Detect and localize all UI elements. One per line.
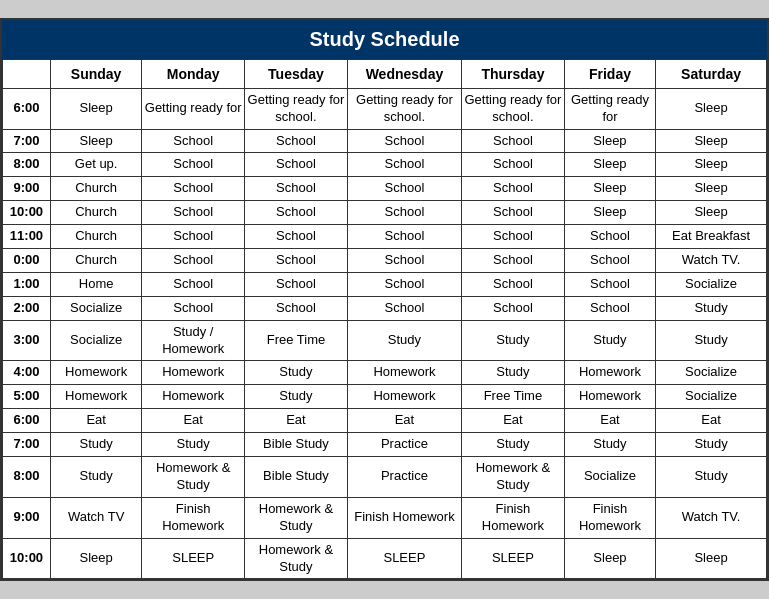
table-row: 3:00SocializeStudy / HomeworkFree TimeSt… [3, 320, 767, 361]
cell-saturday: Sleep [656, 201, 767, 225]
cell-saturday: Socialize [656, 272, 767, 296]
cell-time: 5:00 [3, 385, 51, 409]
cell-wednesday: Eat [347, 409, 461, 433]
cell-tuesday: Homework & Study [245, 497, 348, 538]
cell-tuesday: School [245, 272, 348, 296]
cell-time: 6:00 [3, 409, 51, 433]
cell-sunday: Sleep [50, 88, 141, 129]
table-row: 8:00StudyHomework & StudyBible StudyPrac… [3, 457, 767, 498]
cell-saturday: Socialize [656, 361, 767, 385]
cell-monday: School [142, 177, 245, 201]
table-row: 6:00EatEatEatEatEatEatEat [3, 409, 767, 433]
header-friday: Friday [564, 59, 655, 88]
cell-saturday: Socialize [656, 385, 767, 409]
header-tuesday: Tuesday [245, 59, 348, 88]
cell-time: 6:00 [3, 88, 51, 129]
cell-wednesday: Getting ready for school. [347, 88, 461, 129]
cell-sunday: Get up. [50, 153, 141, 177]
cell-saturday: Study [656, 320, 767, 361]
cell-thursday: SLEEP [462, 538, 565, 579]
cell-tuesday: School [245, 225, 348, 249]
table-row: 10:00SleepSLEEPHomework & StudySLEEPSLEE… [3, 538, 767, 579]
cell-sunday: Eat [50, 409, 141, 433]
table-row: 1:00HomeSchoolSchoolSchoolSchoolSchoolSo… [3, 272, 767, 296]
cell-time: 3:00 [3, 320, 51, 361]
cell-monday: School [142, 129, 245, 153]
cell-monday: Study [142, 433, 245, 457]
cell-monday: Eat [142, 409, 245, 433]
cell-friday: Finish Homework [564, 497, 655, 538]
cell-wednesday: School [347, 177, 461, 201]
cell-wednesday: Homework [347, 385, 461, 409]
cell-saturday: Sleep [656, 153, 767, 177]
table-row: 7:00StudyStudyBible StudyPracticeStudySt… [3, 433, 767, 457]
cell-sunday: Homework [50, 361, 141, 385]
cell-monday: Homework [142, 361, 245, 385]
cell-saturday: Eat [656, 409, 767, 433]
cell-wednesday: School [347, 201, 461, 225]
cell-time: 2:00 [3, 296, 51, 320]
cell-friday: Study [564, 320, 655, 361]
table-row: 7:00SleepSchoolSchoolSchoolSchoolSleepSl… [3, 129, 767, 153]
schedule-container: Study Schedule Sunday Monday Tuesday Wed… [0, 18, 769, 582]
cell-tuesday: Bible Study [245, 457, 348, 498]
cell-thursday: School [462, 296, 565, 320]
cell-sunday: Church [50, 225, 141, 249]
cell-monday: Homework [142, 385, 245, 409]
cell-saturday: Sleep [656, 538, 767, 579]
cell-wednesday: Homework [347, 361, 461, 385]
cell-thursday: Study [462, 361, 565, 385]
cell-wednesday: Practice [347, 433, 461, 457]
cell-wednesday: School [347, 249, 461, 273]
cell-tuesday: Homework & Study [245, 538, 348, 579]
cell-saturday: Study [656, 457, 767, 498]
cell-monday: Study / Homework [142, 320, 245, 361]
cell-saturday: Watch TV. [656, 249, 767, 273]
cell-time: 4:00 [3, 361, 51, 385]
schedule-title: Study Schedule [2, 20, 767, 59]
cell-saturday: Sleep [656, 129, 767, 153]
cell-thursday: School [462, 129, 565, 153]
table-row: 2:00SocializeSchoolSchoolSchoolSchoolSch… [3, 296, 767, 320]
header-monday: Monday [142, 59, 245, 88]
cell-thursday: Study [462, 433, 565, 457]
cell-thursday: Study [462, 320, 565, 361]
header-row: Sunday Monday Tuesday Wednesday Thursday… [3, 59, 767, 88]
cell-time: 7:00 [3, 433, 51, 457]
cell-thursday: Eat [462, 409, 565, 433]
table-row: 9:00ChurchSchoolSchoolSchoolSchoolSleepS… [3, 177, 767, 201]
cell-time: 10:00 [3, 201, 51, 225]
cell-monday: School [142, 296, 245, 320]
cell-sunday: Home [50, 272, 141, 296]
cell-monday: School [142, 153, 245, 177]
cell-friday: Sleep [564, 153, 655, 177]
cell-saturday: Sleep [656, 88, 767, 129]
cell-tuesday: School [245, 153, 348, 177]
table-row: 0:00ChurchSchoolSchoolSchoolSchoolSchool… [3, 249, 767, 273]
cell-tuesday: Getting ready for school. [245, 88, 348, 129]
cell-time: 8:00 [3, 153, 51, 177]
header-time [3, 59, 51, 88]
cell-thursday: School [462, 225, 565, 249]
cell-friday: School [564, 296, 655, 320]
cell-monday: Finish Homework [142, 497, 245, 538]
cell-sunday: Sleep [50, 538, 141, 579]
cell-friday: School [564, 272, 655, 296]
cell-thursday: School [462, 272, 565, 296]
cell-friday: Homework [564, 385, 655, 409]
cell-thursday: Free Time [462, 385, 565, 409]
cell-sunday: Church [50, 177, 141, 201]
cell-sunday: Socialize [50, 296, 141, 320]
cell-time: 0:00 [3, 249, 51, 273]
cell-friday: Homework [564, 361, 655, 385]
cell-wednesday: School [347, 272, 461, 296]
cell-friday: School [564, 249, 655, 273]
cell-time: 1:00 [3, 272, 51, 296]
cell-monday: School [142, 201, 245, 225]
cell-saturday: Watch TV. [656, 497, 767, 538]
cell-time: 7:00 [3, 129, 51, 153]
cell-monday: School [142, 225, 245, 249]
cell-tuesday: Bible Study [245, 433, 348, 457]
cell-tuesday: Free Time [245, 320, 348, 361]
schedule-body: 6:00SleepGetting ready forGetting ready … [3, 88, 767, 579]
